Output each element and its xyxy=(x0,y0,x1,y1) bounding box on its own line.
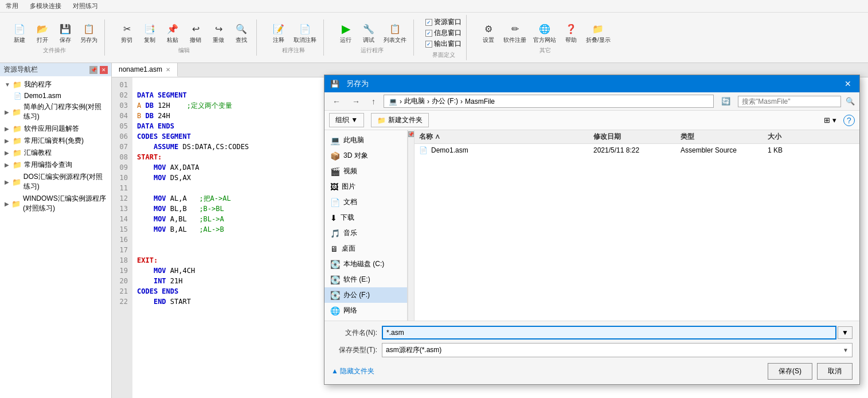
my-programs-children: 📄 Demo1.asm xyxy=(2,91,109,101)
new-button[interactable]: 📄 新建 xyxy=(9,21,30,45)
top-strip-practice[interactable]: 对照练习 xyxy=(71,1,100,11)
dialog-refresh-button[interactable]: 🔄 xyxy=(718,96,733,107)
dialog-sidebar-network[interactable]: 🌐 网络 xyxy=(324,303,407,318)
fold-button[interactable]: 📁 折叠/显示 xyxy=(584,21,613,45)
dialog-sidebar-soft-e[interactable]: 💽 软件 (E:) xyxy=(324,272,407,287)
undo-button[interactable]: ↩ 撤销 xyxy=(185,21,206,45)
top-strip-multimodule[interactable]: 多模块连接 xyxy=(28,1,64,11)
editor-tab-noname1[interactable]: noname1.asm ✕ xyxy=(112,63,178,77)
dialog-help-button[interactable]: ? xyxy=(843,115,855,126)
dialog-sidebar-office-f[interactable]: 💽 办公 (F:) xyxy=(324,287,407,303)
other-buttons: ⚙ 设置 ✏ 软件注册 🌐 官方网站 ❓ 帮助 📁 折叠/显示 xyxy=(478,21,613,45)
paste-label: 粘贴 xyxy=(167,36,178,44)
debug-button[interactable]: 🔧 调试 xyxy=(358,21,379,45)
dialog-search-input[interactable] xyxy=(738,96,841,107)
dialog-sidebar-desktop[interactable]: 🖥 桌面 xyxy=(324,241,407,256)
website-button[interactable]: 🌐 官方网站 xyxy=(531,21,558,45)
dialog-save-button[interactable]: 保存(S) xyxy=(768,363,812,380)
view-options-button[interactable]: ⊞ ▾ xyxy=(824,116,836,124)
line-num-5: 05 xyxy=(116,121,128,131)
col-name[interactable]: 名称 ∧ xyxy=(419,132,593,142)
settings-label: 设置 xyxy=(483,36,494,44)
sidebar-item-common-cmds[interactable]: ▶ 📁 常用编指令查询 xyxy=(2,159,109,171)
output-window-checkbox[interactable]: ✓ 输出窗口 xyxy=(425,39,462,49)
dialog-sidebar-3d[interactable]: 📦 3D 对象 xyxy=(324,148,407,163)
col-size[interactable]: 大小 xyxy=(768,132,855,142)
dialog-sidebar-downloads[interactable]: ⬇ 下载 xyxy=(324,210,407,225)
desktop-label: 桌面 xyxy=(342,244,355,253)
dialog-actions-bar: 组织 ▼ 📁 新建文件夹 ⊞ ▾ ? xyxy=(324,111,859,130)
sidebar-item-asm-resources[interactable]: ▶ 📁 常用汇编资料(免费) xyxy=(2,135,109,147)
line-num-6: 06 xyxy=(116,131,128,142)
sidebar-item-intro-examples[interactable]: ▶ 📁 简单的入门程序实例(对照练习) xyxy=(2,101,109,123)
expand-arrow-intro: ▶ xyxy=(5,109,10,115)
info-checkbox-box: ✓ xyxy=(425,30,432,37)
dialog-sidebar-pictures[interactable]: 🖼 图片 xyxy=(324,179,407,194)
expand-arrow-cmds: ▶ xyxy=(5,162,10,168)
col-modified[interactable]: 修改日期 xyxy=(593,132,681,142)
sidebar-item-my-programs[interactable]: ▼ 📁 我的程序 xyxy=(2,79,109,91)
find-button[interactable]: 🔍 查找 xyxy=(231,21,252,45)
info-window-checkbox[interactable]: ✓ 信息窗口 xyxy=(425,28,462,38)
sidebar-close-button[interactable]: ✕ xyxy=(100,66,108,74)
dialog-sidebar-music[interactable]: 🎵 音乐 xyxy=(324,225,407,241)
settings-button[interactable]: ⚙ 设置 xyxy=(478,21,499,45)
filename-dropdown-arrow[interactable]: ▼ xyxy=(838,326,853,339)
help-button[interactable]: ❓ 帮助 xyxy=(561,21,581,45)
cut-button[interactable]: ✂ 剪切 xyxy=(116,21,137,45)
dialog-sidebar-pc[interactable]: 💻 此电脑 xyxy=(324,132,407,148)
organize-button[interactable]: 组织 ▼ xyxy=(329,113,364,127)
copy-button[interactable]: 📑 复制 xyxy=(139,21,160,45)
top-strip-common[interactable]: 常用 xyxy=(3,1,21,11)
filename-input[interactable] xyxy=(382,326,836,340)
unannotate-button[interactable]: 📄 取消注释 xyxy=(291,21,319,45)
sidebar-item-software-help[interactable]: ▶ 📁 软件应用问题解答 xyxy=(2,123,109,135)
scroll-pin-icon[interactable]: 📌 xyxy=(408,131,414,137)
sidebar-pin-button[interactable]: 📌 xyxy=(89,66,97,74)
sidebar-item-windows-examples[interactable]: ▶ 📁 WINDOWS汇编实例源程序(对照练习) xyxy=(2,193,109,214)
dialog-back-button[interactable]: ← xyxy=(329,96,344,107)
annotate-button[interactable]: 📝 注释 xyxy=(268,21,289,45)
run-button[interactable]: ▶ 运行 xyxy=(335,21,356,45)
expand-arrow-dos: ▶ xyxy=(5,179,10,185)
dialog-sidebar-local-c[interactable]: 💽 本地磁盘 (C:) xyxy=(324,256,407,272)
dialog-forward-button[interactable]: → xyxy=(349,96,363,107)
resource-window-checkbox[interactable]: ✓ 资源窗口 xyxy=(425,17,462,27)
sidebar-item-demo1[interactable]: 📄 Demo1.asm xyxy=(11,91,109,101)
tab-close-noname1[interactable]: ✕ xyxy=(166,67,170,73)
dialog-sidebar-documents[interactable]: 📄 文档 xyxy=(324,194,407,210)
dialog-cancel-button[interactable]: 取消 xyxy=(817,363,853,380)
view-icon: ⊞ ▾ xyxy=(824,116,836,124)
hide-folder-button[interactable]: ▲ 隐藏文件夹 xyxy=(331,366,374,376)
unannotate-icon: 📄 xyxy=(298,22,312,36)
col-type[interactable]: 类型 xyxy=(681,132,768,142)
dos-examples-label: DOS汇编实例源程序(对照练习) xyxy=(24,172,107,192)
dialog-sidebar-videos[interactable]: 🎬 视频 xyxy=(324,163,407,179)
new-folder-button[interactable]: 📁 新建文件夹 xyxy=(371,113,429,127)
open-button[interactable]: 📂 打开 xyxy=(32,21,53,45)
redo-button[interactable]: ↪ 重做 xyxy=(208,21,229,45)
saveas-button[interactable]: 📋 另存为 xyxy=(78,21,100,45)
save-button[interactable]: 💾 保存 xyxy=(55,21,76,45)
new-folder-icon: 📁 xyxy=(377,116,386,124)
filetype-combo[interactable]: asm源程序(*.asm) ▼ xyxy=(382,343,853,357)
sidebar-header: 资源导航栏 📌 ✕ xyxy=(0,63,111,76)
listfile-button[interactable]: 📋 列表文件 xyxy=(381,21,409,45)
output-window-label: 输出窗口 xyxy=(434,39,462,49)
line-num-9: 09 xyxy=(116,162,128,173)
sidebar-item-dos-examples[interactable]: ▶ 📁 DOS汇编实例源程序(对照练习) xyxy=(2,171,109,193)
sidebar-scrollbar[interactable]: 📌 xyxy=(408,130,415,321)
new-folder-label: 新建文件夹 xyxy=(388,115,423,125)
paste-button[interactable]: 📌 粘贴 xyxy=(162,21,183,45)
dialog-up-button[interactable]: ↑ xyxy=(368,96,379,107)
line-num-3: 03 xyxy=(116,100,128,111)
dialog-close-button[interactable]: ✕ xyxy=(842,79,854,88)
register-button[interactable]: ✏ 软件注册 xyxy=(501,21,529,45)
undo-label: 撤销 xyxy=(190,36,201,44)
local-c-label: 本地磁盘 (C:) xyxy=(343,259,384,269)
file-row-demo1[interactable]: 📄 Demo1.asm 2021/5/11 8:22 Assembler Sou… xyxy=(415,144,859,157)
asm-tutorial-label: 汇编教程 xyxy=(24,148,52,158)
breadcrumb-masmfile: MasmFile xyxy=(465,97,495,106)
sidebar-item-asm-tutorial[interactable]: ▶ 📁 汇编教程 xyxy=(2,147,109,159)
breadcrumb-office-f: 办公 (F:) xyxy=(432,96,458,106)
